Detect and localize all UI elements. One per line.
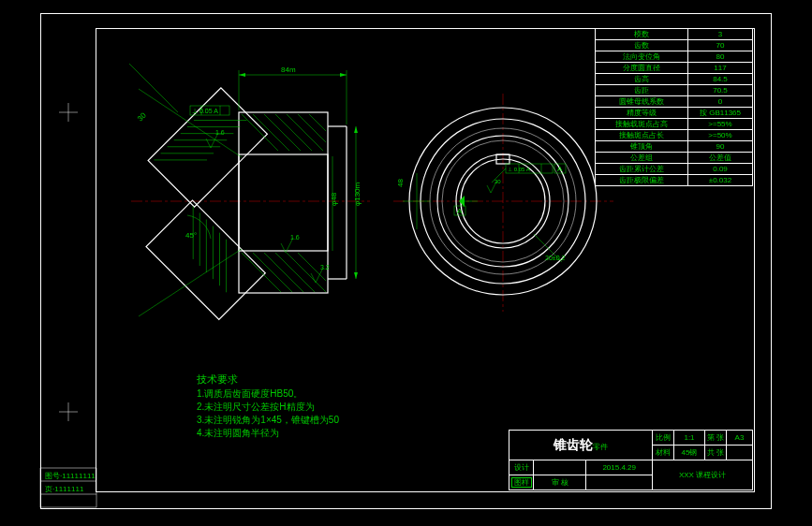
svg-text:页·1111111: 页·1111111	[45, 485, 84, 493]
cad-canvas: 84m 30 ⊥ 0.05 A 45° 1.6 1.6 3.2 φ130m	[0, 0, 812, 526]
binding-marks: 图号·11111111 页·1111111	[0, 0, 812, 526]
svg-text:图号·11111111: 图号·11111111	[45, 472, 96, 480]
